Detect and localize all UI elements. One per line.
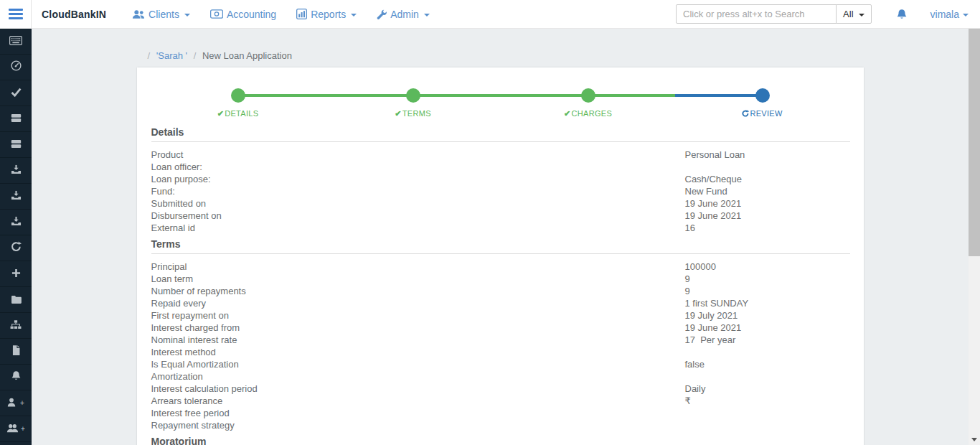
field-value: 19 June 2021 — [685, 197, 742, 210]
field-value: Daily — [685, 383, 706, 395]
review-section: Terms Principal 100000 Loan term 9 Numbe… — [151, 238, 850, 431]
field-label: Disbursement on — [151, 210, 685, 222]
section-rows: Principal 100000 Loan term 9 Number of r… — [151, 261, 850, 431]
sidebar-item[interactable]: + — [0, 390, 32, 416]
download-icon — [11, 164, 22, 177]
check-icon: ✔ — [395, 109, 402, 118]
download-icon — [11, 190, 22, 203]
field-label: Fund: — [151, 185, 685, 197]
search-input[interactable] — [676, 4, 837, 24]
stepper-step[interactable]: ✔DETAILS — [188, 78, 288, 118]
scrollbar-thumb[interactable] — [969, 29, 980, 256]
field-value: Cash/Cheque — [685, 173, 743, 185]
field-row: Repayment strategy — [151, 419, 850, 431]
stepper-step[interactable]: ✔CHARGES — [538, 78, 639, 118]
field-label: Loan officer: — [151, 161, 685, 173]
review-section: Moratorium — [151, 436, 850, 445]
sidebar-item[interactable] — [0, 287, 32, 313]
field-label: Interest charged from — [151, 322, 685, 334]
nav-item[interactable]: Reports — [296, 9, 357, 20]
sidebar-item[interactable] — [0, 29, 32, 55]
sidebar-item[interactable] — [0, 339, 32, 365]
field-value: 19 June 2021 — [685, 210, 742, 222]
field-value: Personal Loan — [685, 149, 745, 161]
sidebar-item[interactable] — [0, 55, 32, 80]
plus-icon — [11, 268, 21, 281]
field-value: 16 — [685, 222, 695, 234]
refresh-icon — [11, 241, 22, 255]
sidebar-item[interactable] — [0, 80, 32, 106]
field-row: Is Equal Amortization false — [151, 358, 850, 370]
field-row: Interest method — [151, 346, 850, 358]
stepper-step[interactable]: REVIEW — [712, 78, 813, 118]
user-menu[interactable]: vimala — [930, 9, 969, 20]
field-label: Submitted on — [151, 197, 685, 210]
field-row: Submitted on 19 June 2021 — [151, 197, 850, 210]
sidebar-item[interactable] — [0, 106, 32, 132]
user-plus-icon — [7, 397, 18, 410]
plus-suffix: + — [20, 399, 24, 407]
field-row: Interest charged from 19 June 2021 — [151, 322, 850, 334]
vertical-scrollbar[interactable] — [969, 29, 980, 445]
section-rows: Product Personal Loan Loan officer: Loan… — [151, 149, 850, 234]
loan-review-card: ✔DETAILS ✔TERMS ✔CHARGES REVIEW Details … — [137, 67, 864, 445]
field-row: Product Personal Loan — [151, 149, 850, 161]
field-value: 19 July 2021 — [685, 309, 738, 322]
field-label: Interest free period — [151, 407, 685, 419]
wizard-stepper: ✔DETAILS ✔TERMS ✔CHARGES REVIEW — [151, 78, 850, 122]
sidebar-item[interactable] — [0, 365, 32, 390]
nav-item-label: Accounting — [227, 9, 276, 20]
sidebar-item[interactable] — [0, 132, 32, 158]
menu-toggle-button[interactable] — [0, 0, 32, 29]
sidebar-item[interactable] — [0, 235, 32, 261]
review-section: Details Product Personal Loan Loan offic… — [151, 126, 850, 234]
stepper-step[interactable]: ✔TERMS — [363, 78, 463, 118]
field-value: false — [685, 358, 705, 370]
breadcrumb-client-link[interactable]: 'Sarah ' — [156, 50, 187, 61]
field-label: Is Equal Amortization — [151, 358, 685, 370]
app-brand[interactable]: CloudBankIN — [32, 9, 116, 20]
field-label: Repaid every — [151, 297, 685, 309]
field-row: Interest free period — [151, 407, 850, 419]
nav-item[interactable]: Admin — [377, 9, 430, 20]
field-label: Product — [151, 149, 685, 161]
field-label: External id — [151, 222, 685, 234]
notifications-bell-icon[interactable] — [896, 9, 908, 20]
breadcrumb-current-page: New Loan Application — [202, 50, 292, 61]
section-title: Details — [151, 126, 850, 142]
field-value: 9 — [685, 285, 690, 297]
field-value: 19 June 2021 — [685, 322, 742, 334]
field-value: 17 Per year — [685, 334, 736, 346]
field-row: External id 16 — [151, 222, 850, 234]
nav-item[interactable]: Accounting — [210, 9, 276, 20]
sidebar-item[interactable] — [0, 210, 32, 235]
main-nav: Clients Accounting Reports Admin — [132, 9, 430, 20]
breadcrumb-separator: / — [194, 50, 197, 61]
field-label: Amortization — [151, 370, 685, 383]
users-icon — [132, 9, 145, 19]
wrench-icon — [377, 9, 387, 19]
sidebar-item[interactable] — [0, 313, 32, 339]
sidebar-item[interactable]: + — [0, 416, 32, 442]
field-value: 9 — [685, 273, 690, 285]
users-plus-icon — [6, 423, 19, 436]
sidebar-item[interactable] — [0, 184, 32, 210]
refresh-icon — [742, 109, 750, 118]
navbar-right: All vimala — [676, 4, 980, 24]
sidebar-item[interactable] — [0, 261, 32, 287]
field-row: Amortization — [151, 370, 850, 383]
scrollbar-down-arrow-icon[interactable] — [971, 438, 977, 441]
main-content: / 'Sarah ' / New Loan Application ✔DETAI… — [32, 29, 969, 445]
field-label: Number of repayments — [151, 285, 685, 297]
field-row: Nominal interest rate 17 Per year — [151, 334, 850, 346]
step-dot — [231, 88, 245, 103]
nav-item[interactable]: Clients — [132, 9, 190, 20]
step-label: REVIEW — [750, 109, 782, 118]
chevron-down-icon — [424, 14, 430, 17]
search-scope-dropdown[interactable]: All — [836, 4, 871, 24]
field-row: Repaid every 1 first SUNDAY — [151, 297, 850, 309]
field-row: First repayment on 19 July 2021 — [151, 309, 850, 322]
sidebar-item[interactable] — [0, 158, 32, 184]
chevron-down-icon — [963, 14, 969, 17]
plus-suffix: + — [21, 425, 25, 433]
